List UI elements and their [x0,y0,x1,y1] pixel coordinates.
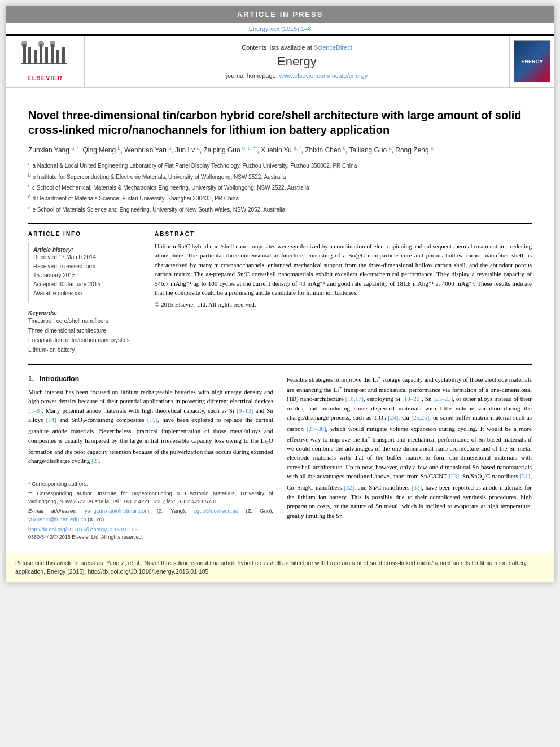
banner-text: ARTICLE IN PRESS [237,10,323,19]
svg-rect-1 [28,47,31,64]
doi-link[interactable]: http://dx.doi.org/10.1016/j.energy.2015.… [28,526,138,532]
abstract-heading: ABSTRACT [155,231,532,237]
footnote-area: * Corresponding authors. ** Correspondin… [28,475,273,541]
body-left-col: 1. Introduction Much interest has been f… [28,374,273,541]
doi-footer: http://dx.doi.org/10.1016/j.energy.2015.… [28,526,273,534]
keywords-label: Keywords: [28,310,141,316]
energy-logo-box: ENERGY [514,40,550,82]
article-info-column: ARTICLE INFO Article history: Received 1… [28,231,141,355]
energy-logo-area: ENERGY [509,36,554,87]
svg-point-10 [38,41,44,48]
ref-16-17: [16,17] [345,395,364,402]
main-content: Novel three-dimensional tin/carbon hybri… [6,88,554,553]
elsevier-tree-icon [17,41,73,72]
ref-23b: [23] [449,473,459,479]
intro-right-para1: Feasible strategies to improve the Li+ s… [287,374,532,520]
svg-point-9 [21,41,27,48]
ref-32: [32] [344,484,354,491]
science-direct-link[interactable]: ScienceDirect [314,44,352,51]
available-date: Available online xxx [33,289,136,298]
ref-9-13: [9–13] [237,407,253,414]
email3-link[interactable]: yuxuebin@fudan.edu.cn [28,516,86,522]
email2-link[interactable]: zguo@uow.edu.au [194,508,238,514]
svg-rect-2 [34,50,37,64]
affiliation-e: e e School of Materials Science and Engi… [28,204,532,214]
abstract-copyright: © 2015 Elsevier Ltd. All rights reserved… [155,300,532,309]
ref-31: [31] [520,473,530,479]
keywords-section: Keywords: Tin/carbon core/shell nanofibe… [28,310,141,355]
journal-title-header: Energy [277,54,317,69]
keyword-3: Encapsulation of tin/carbon nanocrystals [28,335,141,345]
journal-homepage-link[interactable]: www.elsevier.com/locate/energy [279,72,368,79]
doi-line: Energy xxx (2015) 1–8 [6,23,554,34]
history-label: Article history: [33,247,136,253]
footnote-corresponding2: ** Corresponding author. Institute for S… [28,490,273,506]
elsevier-label: ELSEVIER [27,75,62,81]
keyword-1: Tin/carbon core/shell nanofibers [28,316,141,326]
footnote-corresponding1: * Corresponding authors. [28,480,273,488]
footnote-emails: E-mail addresses: yangzunxian@hotmail.co… [28,507,273,523]
affiliation-b: b b Institute for Superconducting & Elec… [28,172,532,181]
affiliation-a: a a National & Local United Engineering … [28,160,532,170]
article-in-press-banner: ARTICLE IN PRESS [6,6,554,23]
ref-15: [15] [147,416,158,423]
ref-24: [24] [388,414,398,421]
email-label: E-mail addresses: [28,508,77,514]
ref-25-26: [25,26] [411,414,429,421]
keyword-2: Three-dimensional architecture [28,326,141,335]
intro-heading: 1. Introduction [28,374,273,384]
body-columns: 1. Introduction Much interest has been f… [28,374,532,541]
keywords-list: Tin/carbon core/shell nanofibers Three-d… [28,316,141,355]
email1-link[interactable]: yangzunxian@hotmail.com [85,508,149,514]
journal-info: Contents lists available at ScienceDirec… [85,36,509,87]
ref-33: [33] [412,484,422,491]
doi-text: Energy xxx (2015) 1–8 [249,25,312,32]
page-wrapper: ARTICLE IN PRESS Energy xxx (2015) 1–8 [6,6,554,583]
info-abstract-columns: ARTICLE INFO Article history: Received 1… [28,223,532,355]
ref-2: [2] [91,457,99,464]
citation-text: Please cite this article in press as: Ya… [15,560,527,575]
section-divider [28,364,532,365]
revised-date: Received in revised formReceived in revi… [33,262,136,280]
ref-27-30: [27–30] [307,425,326,432]
affiliation-d: d d Department of Materials Science, Fud… [28,193,532,203]
intro-left-para1: Much interest has been focused on lithiu… [28,387,273,466]
journal-header: ELSEVIER Contents lists available at Sci… [6,34,554,88]
svg-rect-4 [45,47,48,64]
article-title: Novel three-dimensional tin/carbon hybri… [28,108,532,137]
journal-homepage: journal homepage: www.elsevier.com/locat… [226,72,368,79]
svg-rect-7 [62,47,65,64]
article-info-box: Article history: Received 17 March 2014 … [28,242,141,303]
ref-21-23: [21–23] [433,395,453,402]
svg-point-11 [50,41,55,48]
science-direct-line: Contents lists available at ScienceDirec… [242,44,352,51]
affiliation-c: c c School of Mechanical, Materials & Me… [28,182,532,192]
accepted-date: Accepted 30 January 2015 [33,280,136,289]
ref-18-20: [18–20] [402,395,422,402]
abstract-column: ABSTRACT Uniform Sn/C hybrid core/shell … [155,231,532,355]
citation-bar: Please cite this article in press as: Ya… [6,553,554,583]
received-date: Received 17 March 2014 [33,253,136,262]
svg-rect-6 [56,50,59,64]
elsevier-logo-area: ELSEVIER [6,36,85,87]
contents-text: Contents lists available at [242,44,312,51]
ref-14: [14] [46,416,56,423]
info-dates: Received 17 March 2014 Received in revis… [33,253,136,298]
keyword-4: Lithium-ion battery [28,345,141,355]
ref-1-8: [1–8] [28,407,42,414]
issn-line: 0360-5442/© 2015 Elsevier Ltd. All right… [28,534,273,541]
abstract-text: Uniform Sn/C hybrid core/shell nanocompo… [155,242,532,309]
body-right-col: Feasible strategies to improve the Li+ s… [287,374,532,541]
abstract-body: Uniform Sn/C hybrid core/shell nanocompo… [155,242,532,298]
article-info-heading: ARTICLE INFO [28,231,141,237]
affiliations: a a National & Local United Engineering … [28,160,532,214]
authors-line: Zunxian Yang a, *, Qing Meng b, Wenhuan … [28,144,532,156]
